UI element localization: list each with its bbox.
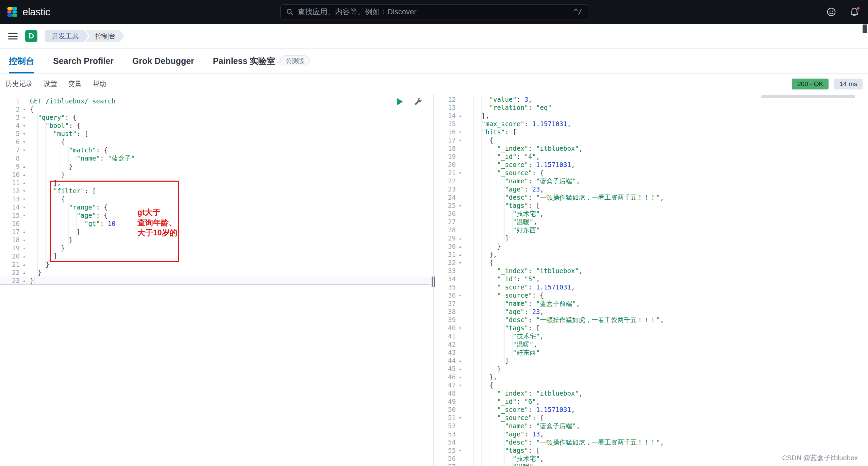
fold-open-icon[interactable]: ▾ bbox=[456, 381, 465, 389]
fold-close-icon[interactable]: ▴ bbox=[20, 228, 29, 236]
fold-open-icon[interactable]: ▾ bbox=[20, 130, 29, 138]
code-line-12[interactable]: 12▾ "filter": [ bbox=[0, 187, 431, 195]
code-line-18[interactable]: 18▴ } bbox=[0, 236, 431, 244]
line-number: 14 bbox=[436, 112, 456, 120]
fold-open-icon[interactable]: ▾ bbox=[456, 201, 465, 210]
code-line-21[interactable]: 21▴ } bbox=[0, 260, 431, 268]
toolbar-variables[interactable]: 变量 bbox=[68, 79, 82, 88]
code-line-6[interactable]: 6▾ { bbox=[0, 138, 431, 146]
fold-close-icon[interactable]: ▴ bbox=[20, 277, 29, 285]
breadcrumb-console[interactable]: 控制台 bbox=[85, 30, 124, 42]
code-line-3[interactable]: 3▾ "query": { bbox=[0, 113, 431, 121]
code-line-15[interactable]: 15▾ "age": { bbox=[0, 211, 431, 219]
code-line-14[interactable]: 14▾ "range": { bbox=[0, 203, 431, 211]
request-editor-lines: 1GET /itbluebox/_search2▾{3▾ "query": {4… bbox=[0, 97, 431, 285]
response-scrollbar-thumb[interactable] bbox=[761, 95, 855, 98]
code-text: "max_score": 1.1571031, bbox=[466, 120, 571, 128]
code-line-10[interactable]: 10▴ } bbox=[0, 170, 431, 179]
toolbar-settings[interactable]: 设置 bbox=[44, 79, 57, 88]
code-line-1[interactable]: 1GET /itbluebox/_search bbox=[0, 97, 431, 105]
code-line-23[interactable]: 23▴} bbox=[0, 277, 431, 285]
code-text: ] bbox=[466, 234, 509, 242]
fold-spacer bbox=[456, 463, 465, 466]
fold-open-icon[interactable]: ▾ bbox=[456, 136, 465, 144]
fold-close-icon[interactable]: ▴ bbox=[456, 373, 465, 381]
menu-hamburger-icon[interactable] bbox=[8, 33, 18, 39]
breadcrumb-dev-tools[interactable]: 开发工具 bbox=[45, 30, 88, 42]
code-line-13[interactable]: 13▾ { bbox=[0, 195, 431, 203]
notifications-bell-icon[interactable] bbox=[848, 6, 861, 18]
fold-open-icon[interactable]: ▾ bbox=[20, 105, 29, 113]
pane-resize-handle[interactable] bbox=[431, 94, 436, 466]
fold-open-icon[interactable]: ▾ bbox=[20, 138, 29, 146]
request-editor-pane[interactable]: 1GET /itbluebox/_search2▾{3▾ "query": {4… bbox=[0, 94, 431, 466]
code-line-5[interactable]: 5▾ "must": [ bbox=[0, 130, 431, 138]
tab-search-profiler[interactable]: Search Profiler bbox=[53, 49, 114, 73]
fold-close-icon[interactable]: ▴ bbox=[456, 242, 465, 250]
code-line-16: 16▾ "hits": [ bbox=[436, 128, 868, 136]
fold-close-icon[interactable]: ▴ bbox=[20, 179, 29, 187]
fold-close-icon[interactable]: ▴ bbox=[20, 260, 29, 268]
line-number: 6 bbox=[0, 138, 20, 146]
code-line-17[interactable]: 17▴ } bbox=[0, 228, 431, 236]
code-line-16[interactable]: 16 "gt": 10 bbox=[0, 219, 431, 228]
fold-open-icon[interactable]: ▾ bbox=[20, 113, 29, 121]
fold-close-icon[interactable]: ▴ bbox=[456, 250, 465, 259]
fold-open-icon[interactable]: ▾ bbox=[456, 128, 465, 136]
toolbar-history[interactable]: 历史记录 bbox=[5, 79, 33, 88]
fold-close-icon[interactable]: ▴ bbox=[20, 162, 29, 170]
code-line-11[interactable]: 11▴ ], bbox=[0, 179, 431, 187]
fold-open-icon[interactable]: ▾ bbox=[456, 324, 465, 332]
code-line-19[interactable]: 19▴ } bbox=[0, 244, 431, 252]
line-number: 17 bbox=[436, 136, 456, 144]
tab-painless-lab[interactable]: Painless 实验室 公测版 bbox=[213, 49, 310, 73]
code-line-22[interactable]: 22▴ } bbox=[0, 268, 431, 277]
code-line-20[interactable]: 20▴ ] bbox=[0, 252, 431, 260]
page-scrollbar-thumb[interactable] bbox=[863, 24, 867, 33]
code-line-7[interactable]: 7▾ "match": { bbox=[0, 146, 431, 154]
code-text: "range": { bbox=[30, 203, 108, 211]
code-text: ] bbox=[30, 252, 57, 260]
fold-open-icon[interactable]: ▾ bbox=[20, 195, 29, 203]
fold-open-icon[interactable]: ▾ bbox=[20, 187, 29, 195]
fold-close-icon[interactable]: ▴ bbox=[456, 234, 465, 242]
fold-open-icon[interactable]: ▾ bbox=[20, 146, 29, 154]
fold-close-icon[interactable]: ▴ bbox=[20, 252, 29, 260]
elastic-brand[interactable]: elastic bbox=[0, 6, 50, 18]
tab-console[interactable]: 控制台 bbox=[9, 49, 34, 73]
fold-open-icon[interactable]: ▾ bbox=[456, 169, 465, 177]
fold-open-icon[interactable]: ▾ bbox=[456, 259, 465, 267]
send-request-play-button[interactable] bbox=[395, 97, 404, 106]
fold-close-icon[interactable]: ▴ bbox=[20, 236, 29, 244]
code-line-8[interactable]: 8 "name": "蓝盒子" bbox=[0, 154, 431, 162]
line-number: 44 bbox=[436, 356, 456, 365]
code-line-2[interactable]: 2▾{ bbox=[0, 105, 431, 113]
space-avatar[interactable]: D bbox=[25, 30, 37, 42]
code-line-9[interactable]: 9▴ } bbox=[0, 162, 431, 170]
code-line-4[interactable]: 4▾ "bool": { bbox=[0, 121, 431, 130]
fold-open-icon[interactable]: ▾ bbox=[20, 121, 29, 130]
fold-open-icon[interactable]: ▾ bbox=[456, 446, 465, 454]
fold-open-icon[interactable]: ▾ bbox=[20, 211, 29, 219]
fold-open-icon[interactable]: ▾ bbox=[456, 414, 465, 422]
fold-close-icon[interactable]: ▴ bbox=[456, 112, 465, 120]
global-search-input[interactable] bbox=[298, 7, 565, 16]
request-options-wrench-icon[interactable] bbox=[414, 97, 422, 106]
toolbar-help[interactable]: 帮助 bbox=[93, 79, 106, 88]
tab-grok-debugger[interactable]: Grok Debugger bbox=[132, 49, 194, 73]
code-line-22: 22 "name": "蓝盒子后端", bbox=[436, 177, 868, 185]
fold-close-icon[interactable]: ▴ bbox=[20, 170, 29, 179]
global-search-bar[interactable]: ^/ bbox=[280, 4, 588, 19]
line-number: 3 bbox=[0, 113, 20, 121]
fold-close-icon[interactable]: ▴ bbox=[20, 244, 29, 252]
fold-open-icon[interactable]: ▾ bbox=[456, 291, 465, 299]
fold-close-icon[interactable]: ▴ bbox=[456, 356, 465, 365]
fold-open-icon[interactable]: ▾ bbox=[20, 203, 29, 211]
line-number: 1 bbox=[0, 97, 20, 105]
code-text: } bbox=[30, 268, 41, 277]
fold-close-icon[interactable]: ▴ bbox=[20, 268, 29, 277]
fold-close-icon[interactable]: ▴ bbox=[456, 365, 465, 373]
line-number: 36 bbox=[436, 291, 456, 299]
feedback-smiley-icon[interactable] bbox=[825, 6, 837, 18]
brand-wordmark: elastic bbox=[22, 6, 50, 18]
